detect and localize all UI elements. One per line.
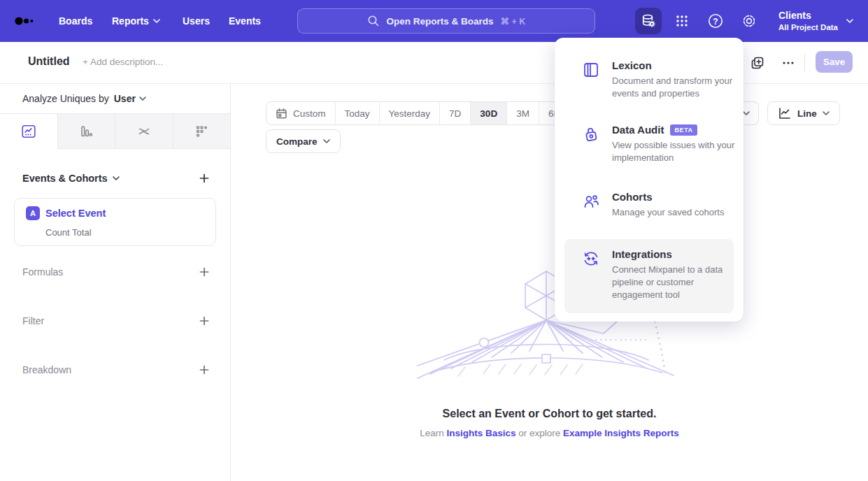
plus-icon <box>199 365 209 375</box>
nav-item-boards[interactable]: Boards <box>59 0 92 42</box>
analyze-uniques-row: Analyze Uniques by User <box>0 84 230 114</box>
filter-label: Filter <box>22 315 44 326</box>
add-event-button[interactable] <box>198 172 211 185</box>
date-range-label: Today <box>345 108 370 119</box>
chart-type-label: Line <box>797 108 817 119</box>
nav-item-label: Events <box>229 15 261 27</box>
date-range-label: 3M <box>516 108 529 119</box>
help-button[interactable]: ? <box>706 12 725 30</box>
events-cohorts-section-header: Events & Cohorts <box>22 172 211 185</box>
tab-funnels-bars[interactable] <box>57 114 115 148</box>
database-gear-icon <box>640 13 657 29</box>
help-icon: ? <box>706 12 725 30</box>
ellipsis-icon <box>781 55 796 71</box>
flows-icon <box>136 124 152 139</box>
header-divider <box>804 54 805 72</box>
save-button[interactable]: Save <box>816 51 853 73</box>
event-series-badge: A <box>26 206 40 220</box>
menu-item-title: Lexicon <box>612 59 737 71</box>
retention-dots-icon <box>194 124 209 139</box>
plus-icon <box>199 173 209 183</box>
nav-item-events[interactable]: Events <box>229 0 261 42</box>
empty-state-links: Learn Insights Basics or explore Example… <box>231 428 868 438</box>
global-search-input[interactable]: Open Reports & Boards ⌘ + K <box>297 8 595 34</box>
compare-button[interactable]: Compare <box>266 129 341 153</box>
settings-button[interactable] <box>740 12 758 30</box>
menu-item-description: View possible issues with your implement… <box>612 139 737 164</box>
data-audit-lock-icon <box>582 125 600 143</box>
connector-text: or explore <box>518 428 560 438</box>
date-range-30d-selected[interactable]: 30D <box>470 102 506 124</box>
nav-item-reports[interactable]: Reports <box>112 0 160 42</box>
chevron-down-icon <box>153 19 160 23</box>
events-cohorts-label: Events & Cohorts <box>22 173 108 184</box>
filter-section-row: Filter <box>22 315 211 327</box>
bar-chart-icon <box>78 124 94 139</box>
search-placeholder: Open Reports & Boards <box>387 16 494 27</box>
apps-grid-button[interactable] <box>673 12 691 30</box>
analyze-uniques-selector[interactable]: User <box>114 93 146 104</box>
date-range-custom[interactable]: Custom <box>266 102 335 124</box>
menu-item-lexicon[interactable]: Lexicon Document and transform your even… <box>564 50 734 109</box>
chevron-down-icon <box>743 111 750 115</box>
beta-badge: BETA <box>670 124 697 136</box>
chevron-down-icon <box>139 96 146 101</box>
cohorts-people-icon <box>582 192 600 210</box>
formulas-section-row: Formulas <box>22 266 211 278</box>
search-icon <box>367 15 380 27</box>
analyze-uniques-value: User <box>114 93 136 104</box>
search-shortcut-hint: ⌘ + K <box>501 16 526 27</box>
date-range-label: 30D <box>480 108 497 119</box>
event-card[interactable]: A Select Event Count Total <box>14 198 216 246</box>
more-options-button[interactable] <box>778 54 799 72</box>
select-event-link[interactable]: Select Event <box>45 208 106 219</box>
menu-item-data-audit[interactable]: Data Audit BETA View possible issues wit… <box>564 115 734 173</box>
add-formula-button[interactable] <box>198 266 211 278</box>
query-builder-sidebar: Analyze Uniques by User <box>0 84 231 481</box>
project-selector[interactable]: Clients All Project Data <box>778 7 853 35</box>
date-range-yesterday[interactable]: Yesterday <box>379 102 440 124</box>
event-metric-selector[interactable]: Count Total <box>45 227 92 238</box>
add-description-field[interactable]: + Add description... <box>83 57 163 67</box>
tab-retention[interactable] <box>173 114 231 148</box>
data-management-button[interactable] <box>635 8 662 34</box>
insights-chart-icon <box>21 124 36 139</box>
date-range-today[interactable]: Today <box>335 102 379 124</box>
duplicate-icon <box>750 56 764 70</box>
date-range-3m[interactable]: 3M <box>506 102 539 124</box>
menu-item-title: Data Audit BETA <box>612 124 737 136</box>
chart-type-tabstrip <box>0 114 230 149</box>
add-breakdown-button[interactable] <box>198 364 211 376</box>
analyze-uniques-label: Analyze Uniques by <box>22 93 109 104</box>
menu-item-description: Connect Mixpanel to a data pipeline or c… <box>612 264 737 301</box>
nav-item-users[interactable]: Users <box>183 0 210 42</box>
example-reports-link[interactable]: Example Insights Reports <box>563 428 679 438</box>
plus-icon <box>199 267 209 277</box>
mixpanel-logo-icon <box>14 10 35 31</box>
chevron-down-icon <box>823 111 830 115</box>
chart-type-button[interactable]: Line <box>767 101 840 125</box>
date-range-7d[interactable]: 7D <box>439 102 470 124</box>
menu-item-cohorts[interactable]: Cohorts Manage your saved cohorts <box>564 182 734 228</box>
top-navigation-bar: Boards Reports Users Events Open Reports… <box>0 0 868 42</box>
calendar-icon <box>276 108 287 120</box>
events-cohorts-toggle[interactable]: Events & Cohorts <box>22 173 120 184</box>
data-management-menu: Lexicon Document and transform your even… <box>555 38 744 322</box>
mixpanel-logo[interactable] <box>14 10 35 31</box>
plus-icon <box>199 316 209 326</box>
menu-item-integrations[interactable]: Integrations Connect Mixpanel to a data … <box>564 239 734 313</box>
nav-item-label: Boards <box>59 15 92 27</box>
insights-basics-link[interactable]: Insights Basics <box>446 428 515 438</box>
menu-item-description: Document and transform your events and p… <box>612 75 737 100</box>
tab-flows[interactable] <box>115 114 173 148</box>
menu-item-title: Integrations <box>612 248 737 260</box>
learn-prefix-text: Learn <box>420 428 444 438</box>
chevron-down-icon <box>846 19 853 23</box>
tab-insights-line[interactable] <box>0 114 57 148</box>
duplicate-report-button[interactable] <box>748 54 767 72</box>
formulas-label: Formulas <box>22 266 63 278</box>
report-title[interactable]: Untitled <box>28 55 70 68</box>
add-filter-button[interactable] <box>198 315 211 327</box>
menu-item-description: Manage your saved cohorts <box>612 206 737 219</box>
mixpanel-insights-page: Boards Reports Users Events Open Reports… <box>0 0 868 481</box>
